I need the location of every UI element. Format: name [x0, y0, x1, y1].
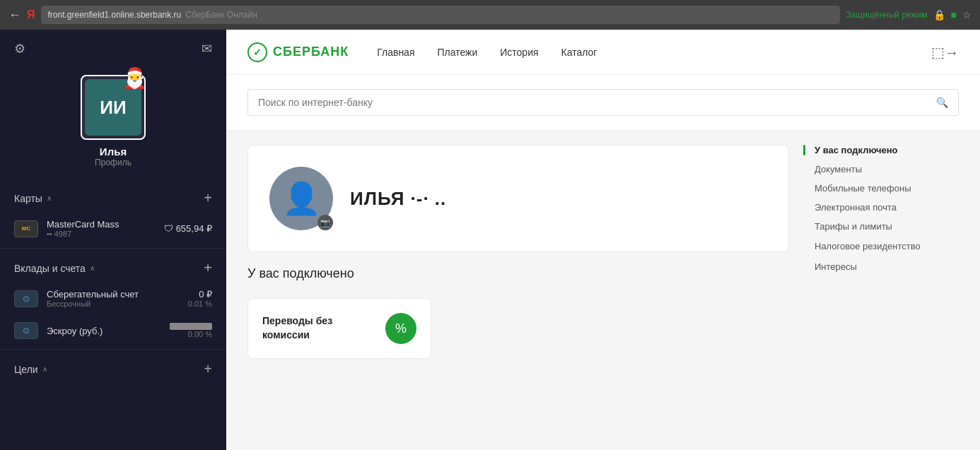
connected-card[interactable]: Переводы без комиссии % — [247, 298, 431, 359]
deposits-section-header: Вклады и счета ∧ + — [0, 251, 226, 282]
main-content: СБЕРБАНК Главная Платежи История Каталог… — [226, 30, 980, 450]
search-icon: 🔍 — [936, 97, 948, 108]
cards-section-title: Карты ∧ — [14, 193, 52, 204]
page-body: 👤 📷 ИЛЬЯ ·-· .. У вас подключено Перевод… — [226, 131, 980, 450]
connected-section-title: У вас подключено — [247, 266, 789, 281]
extension-icon[interactable]: ■ — [951, 9, 957, 20]
profile-card: 👤 📷 ИЛЬЯ ·-· .. — [247, 145, 789, 252]
avatar-edit-button[interactable]: 📷 — [317, 215, 333, 230]
logout-icon[interactable]: ⬚→ — [931, 45, 959, 60]
search-input[interactable] — [258, 97, 931, 108]
sber-logo-text: СБЕРБАНК — [273, 45, 349, 59]
profile-avatar: ИИ 🎅 — [85, 79, 141, 136]
profile-section: ИИ 🎅 Илья Профиль — [0, 68, 226, 182]
search-bar[interactable]: 🔍 — [247, 89, 959, 116]
escrow-name: Эскроу (руб.) — [47, 326, 161, 336]
star-icon[interactable]: ☆ — [962, 9, 972, 20]
goals-label: Цели — [14, 364, 38, 375]
cards-label: Карты — [14, 193, 42, 204]
savings-item[interactable]: ⊙ Сберегательный счет Бессрочный 0 ₽ 0.0… — [0, 282, 226, 315]
savings-details: Сберегательный счет Бессрочный — [47, 289, 180, 308]
sidebar-header: ⚙ ✉ — [0, 30, 226, 68]
right-sidebar: У вас подключено Документы Мобильные тел… — [803, 145, 959, 436]
address-url: front.greenfield1.online.sberbank.ru — [48, 10, 182, 20]
search-section: 🔍 — [226, 75, 980, 131]
sber-logo: СБЕРБАНК — [247, 42, 349, 62]
top-nav-right: ⬚→ — [931, 44, 959, 61]
connected-card-info: Переводы без комиссии — [262, 314, 374, 342]
sber-logo-icon — [247, 42, 267, 62]
profile-name: Илья — [100, 146, 127, 158]
divider — [0, 248, 226, 249]
card-number: •• 4987 — [47, 230, 156, 238]
address-bar[interactable]: front.greenfield1.online.sberbank.ru Сбе… — [41, 6, 841, 24]
browser-chrome: ← Я front.greenfield1.online.sberbank.ru… — [0, 0, 980, 30]
mail-icon[interactable]: ✉ — [202, 41, 212, 57]
shield-icon: 🛡 — [164, 223, 173, 234]
cards-chevron-icon[interactable]: ∧ — [47, 194, 52, 202]
card-name: MasterCard Mass — [47, 219, 156, 230]
goals-section-title: Цели ∧ — [14, 364, 47, 375]
top-nav: СБЕРБАНК Главная Платежи История Каталог… — [226, 30, 980, 75]
escrow-balance: 0.00 % — [170, 323, 212, 338]
nav-history[interactable]: История — [500, 47, 538, 58]
savings-name: Сберегательный счет — [47, 289, 180, 300]
right-nav-tax[interactable]: Налоговое резидентство — [803, 240, 959, 253]
right-nav-documents[interactable]: Документы — [803, 164, 959, 174]
card-details: MasterCard Mass •• 4987 — [47, 219, 156, 238]
escrow-icon: ⊙ — [14, 322, 38, 339]
nav-links: Главная Платежи История Каталог — [377, 47, 597, 58]
escrow-item[interactable]: ⊙ Эскроу (руб.) 0.00 % — [0, 315, 226, 346]
avatar-initials: ИИ — [100, 97, 126, 119]
deposits-section-title: Вклады и счета ∧ — [14, 263, 95, 274]
secure-label: Защищённый режим — [846, 10, 927, 20]
nav-home[interactable]: Главная — [377, 47, 414, 58]
profile-avatar-main: 👤 📷 — [269, 167, 333, 230]
escrow-percent: 0.00 % — [170, 330, 212, 338]
santa-hat-icon: 🎅 — [122, 66, 147, 90]
settings-icon[interactable]: ⚙ — [14, 41, 25, 57]
nav-payments[interactable]: Платежи — [437, 47, 477, 58]
app-layout: ⚙ ✉ ИИ 🎅 Илья Профиль Карты ∧ + — [0, 30, 980, 450]
savings-icon: ⊙ — [14, 290, 38, 307]
savings-sub: Бессрочный — [47, 300, 180, 308]
right-nav-tariffs[interactable]: Тарифы и лимиты — [803, 221, 959, 232]
browser-icons: 🔒 ■ ☆ — [933, 9, 972, 20]
profile-avatar-wrapper[interactable]: ИИ 🎅 — [81, 75, 146, 140]
profile-user-name: ИЛЬЯ ·-· .. — [350, 188, 446, 210]
savings-percent: 0.01 % — [188, 300, 212, 308]
add-goal-button[interactable]: + — [204, 361, 212, 377]
site-name: СберБанк Онлайн — [185, 10, 257, 20]
add-card-button[interactable]: + — [204, 190, 212, 206]
sidebar: ⚙ ✉ ИИ 🎅 Илья Профиль Карты ∧ + — [0, 30, 226, 450]
card-balance: 🛡 655,94 ₽ — [164, 223, 212, 234]
back-button[interactable]: ← — [8, 8, 21, 23]
divider-2 — [0, 349, 226, 350]
connected-card-title: Переводы без комиссии — [262, 314, 374, 342]
connected-icon: % — [385, 313, 416, 344]
card-amount: 🛡 655,94 ₽ — [164, 223, 212, 234]
right-nav: У вас подключено Документы Мобильные тел… — [803, 145, 959, 272]
goals-section-header: Цели ∧ + — [0, 353, 226, 383]
profile-main: 👤 📷 ИЛЬЯ ·-· .. У вас подключено Перевод… — [247, 145, 803, 436]
deposits-chevron-icon[interactable]: ∧ — [90, 264, 95, 272]
cards-section-header: Карты ∧ + — [0, 182, 226, 212]
savings-balance: 0 ₽ 0.01 % — [188, 289, 212, 308]
add-deposit-button[interactable]: + — [204, 260, 212, 276]
right-nav-connected[interactable]: У вас подключено — [803, 145, 959, 155]
right-nav-email[interactable]: Электронная почта — [803, 202, 959, 213]
escrow-amount — [170, 323, 212, 330]
user-avatar-icon: 👤 — [282, 180, 321, 217]
savings-amount: 0 ₽ — [188, 289, 212, 300]
right-nav-interests[interactable]: Интересы — [803, 261, 959, 272]
lock-icon: 🔒 — [933, 9, 945, 20]
goals-chevron-icon[interactable]: ∧ — [42, 365, 47, 373]
mastercard-icon: MC — [14, 220, 38, 237]
right-nav-phones[interactable]: Мобильные телефоны — [803, 183, 959, 194]
card-item[interactable]: MC MasterCard Mass •• 4987 🛡 655,94 ₽ — [0, 212, 226, 245]
nav-catalog[interactable]: Каталог — [561, 47, 597, 58]
escrow-details: Эскроу (руб.) — [47, 326, 161, 336]
browser-logo: Я — [27, 8, 35, 21]
deposits-label: Вклады и счета — [14, 263, 86, 274]
profile-link[interactable]: Профиль — [95, 158, 132, 167]
